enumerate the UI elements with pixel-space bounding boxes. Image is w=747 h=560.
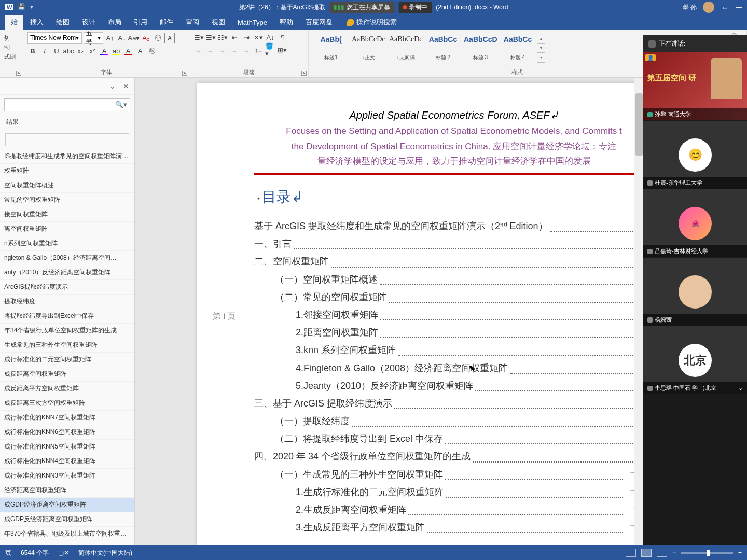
align-center-icon[interactable]: ≡	[205, 45, 216, 55]
change-case-icon[interactable]: Aa▾	[129, 33, 139, 43]
style-heading1[interactable]: AaBb(标题1	[313, 34, 349, 63]
style-normal[interactable]: AaBbCcDc↓正文	[350, 34, 386, 63]
participant-host[interactable]: 👤 第五届空间 研 孙攀-南通大学	[643, 52, 747, 121]
distribute-icon[interactable]: ≡	[241, 45, 252, 55]
toc-entry[interactable]: （二）常见的空间权重矩阵 →	[254, 288, 654, 306]
nav-headings-list[interactable]: · IS提取经纬度和生成常见的空间权重矩阵演… 权重矩阵空间权重矩阵概述常见的空…	[0, 130, 134, 545]
nav-item[interactable]: 年34个省级行政单位空间权重矩阵的生成	[0, 324, 134, 338]
nav-item[interactable]: 成行标准化的KNN5空间权重矩阵	[0, 440, 134, 454]
underline-button[interactable]: U	[51, 46, 62, 56]
italic-button[interactable]: I	[39, 46, 50, 56]
nav-item[interactable]: 成行标准化的二元空间权重矩阵	[0, 353, 134, 367]
user-avatar[interactable]	[703, 2, 714, 13]
bold-button[interactable]: B	[27, 46, 38, 56]
nav-item[interactable]: 成GDP反经济距离空间权重矩阵	[0, 512, 134, 527]
style-heading3[interactable]: AaBbCcD标题 3	[462, 34, 499, 63]
tab-help[interactable]: 帮助	[274, 15, 299, 30]
toc-entry[interactable]: 3.knn 系列空间权重矩阵→	[254, 341, 654, 359]
highlight-icon[interactable]: ab	[111, 46, 121, 56]
subscript-button[interactable]: x₂	[75, 46, 86, 56]
increase-font-icon[interactable]: A↑	[105, 33, 115, 43]
tab-design[interactable]: 设计	[76, 15, 101, 30]
toc-entry[interactable]: 5.Jeanty（2010）反经济距离空间权重矩阵 →	[254, 377, 654, 395]
toc-entry[interactable]: （一）空间权重矩阵概述 →	[254, 271, 654, 288]
nav-item[interactable]: 提取经纬度	[0, 295, 134, 309]
language-indicator[interactable]: 简体中文(中国大陆)	[78, 549, 132, 557]
search-icon[interactable]: 🔍▾	[115, 101, 127, 108]
nav-item[interactable]: 成行标准化的KNN6空间权重矩阵	[0, 425, 134, 440]
nav-item[interactable]: 成行标准化的KNN7空间权重矩阵	[0, 411, 134, 425]
nav-close-icon[interactable]: ✕	[123, 82, 129, 90]
show-marks-icon[interactable]: ¶	[277, 32, 287, 43]
font-name-combo[interactable]: Times New Rom ▾	[27, 32, 82, 44]
style-heading2[interactable]: AaBbCc标题 2	[425, 34, 461, 63]
strike-button[interactable]: abc	[63, 46, 74, 56]
nav-item[interactable]: ArcGIS提取经纬度演示	[0, 280, 134, 295]
tab-references[interactable]: 引用	[128, 15, 153, 30]
style-nospacing[interactable]: AaBbCcDc↓无间隔	[388, 34, 424, 63]
page[interactable]: Applied Spatial Econometrics Forum, ASEF…	[197, 83, 685, 545]
line-spacing-icon[interactable]: ↕≡	[253, 45, 264, 55]
toc-entry[interactable]: 二、空间权重矩阵 →	[254, 253, 654, 270]
decrease-font-icon[interactable]: A↓	[117, 33, 127, 43]
sort-icon[interactable]: A↓	[265, 32, 275, 43]
read-mode-icon[interactable]	[626, 549, 636, 557]
qat-more-icon[interactable]: ▾	[30, 3, 38, 11]
word-count[interactable]: 6544 个字	[21, 549, 49, 557]
nav-item[interactable]: 成行标准化的KNN3空间权重矩阵	[0, 469, 134, 483]
clipboard-dialog-icon[interactable]: ⬊	[16, 71, 21, 76]
print-layout-icon[interactable]	[641, 549, 652, 557]
participant[interactable]: 😊 杜震-东华理工大学	[643, 121, 747, 189]
tell-me-search[interactable]: 操作说明搜索	[347, 18, 397, 27]
zoom-out-icon[interactable]: −	[672, 549, 676, 556]
font-color-icon[interactable]: A	[123, 46, 133, 56]
toc-entry[interactable]: 1.生成行标准化的二元空间权重矩阵 →15↲	[254, 483, 654, 501]
nav-item[interactable]: n系列空间权重矩阵	[0, 236, 134, 251]
nav-item[interactable]: 年370个省辖县、地级及以上城市空间权重…	[0, 527, 134, 541]
minimize-icon[interactable]: —	[736, 4, 742, 11]
format-painter-button[interactable]: 式刷	[4, 53, 19, 61]
text-effects-icon[interactable]: A	[99, 46, 109, 56]
toc-entry[interactable]: 基于 ArcGIS 提取经纬度和生成常见的空间权重矩阵演示（2ⁿᵈ Editio…	[254, 217, 654, 235]
sharing-indicator[interactable]: ▮▮▮ 您正在共享屏幕	[329, 2, 394, 13]
align-right-icon[interactable]: ≡	[217, 45, 228, 55]
bullets-icon[interactable]: ☰▾	[193, 32, 204, 43]
copy-button[interactable]: 制	[4, 44, 19, 51]
zoom-slider[interactable]	[681, 552, 733, 554]
font-dialog-icon[interactable]: ⬊	[182, 71, 187, 76]
nav-item[interactable]: IS提取经纬度和生成常见的空间权重矩阵演…	[0, 149, 134, 164]
tab-draw[interactable]: 绘图	[50, 15, 75, 30]
nav-item[interactable]: 生成邻接矩阵和反距离矩阵	[0, 541, 134, 545]
participant[interactable]: 杨婉茜	[643, 258, 747, 326]
nav-item[interactable]: 离空间权重矩阵	[0, 222, 134, 236]
nav-item[interactable]: 生成常见的三种外生空间权重矩阵	[0, 338, 134, 353]
nav-item[interactable]: 经济距离空间权重矩阵	[0, 483, 134, 498]
enclose-char-icon[interactable]: ㊩	[147, 46, 157, 56]
nav-item[interactable]: 成反距离空间权重矩阵	[0, 367, 134, 382]
nav-item[interactable]: 权重矩阵	[0, 164, 134, 178]
nav-blank-item[interactable]: ·	[5, 133, 129, 146]
nav-item[interactable]: 成GDP经济距离空间权重矩阵	[0, 498, 134, 512]
para-dialog-icon[interactable]: ⬊	[301, 71, 307, 76]
tab-view[interactable]: 视图	[206, 15, 231, 30]
ribbon-display-icon[interactable]: ▭	[721, 4, 729, 11]
phonetic-icon[interactable]: ㊥	[153, 33, 163, 43]
nav-item[interactable]: 成反距离三次方空间权重矩阵	[0, 396, 134, 411]
nav-item[interactable]: 将提取经纬度导出到Excel中保存	[0, 309, 134, 324]
toc-entry[interactable]: 四、2020 年 34 个省级行政单位空间权重矩阵的生成15↲	[254, 447, 654, 465]
nav-collapse-icon[interactable]: ⌄	[109, 82, 116, 90]
nav-item[interactable]: 成行标准化的KNN4空间权重矩阵	[0, 454, 134, 469]
numbering-icon[interactable]: ☰▾	[205, 32, 216, 43]
clear-format-icon[interactable]: Aᵪ	[141, 33, 151, 43]
font-size-combo[interactable]: 五号 ▾	[84, 32, 103, 44]
toc-entry[interactable]: 2.生成反距离空间权重矩阵 →16↲	[254, 501, 654, 519]
nav-item[interactable]: 成反距离平方空间权重矩阵	[0, 382, 134, 396]
char-shading-icon[interactable]: A	[135, 46, 145, 56]
toc-entry[interactable]: 3.生成反距离平方空间权重矩阵 →16↲	[254, 519, 654, 536]
shading-icon[interactable]: 🪣▾	[265, 45, 275, 55]
vertical-scrollbar[interactable]	[634, 78, 643, 545]
nav-item[interactable]: 接空间权重矩阵	[0, 207, 134, 222]
nav-item[interactable]: anty（2010）反经济距离空间权重矩阵	[0, 265, 134, 280]
superscript-button[interactable]: x²	[87, 46, 98, 56]
align-left-icon[interactable]: ≡	[193, 45, 204, 55]
